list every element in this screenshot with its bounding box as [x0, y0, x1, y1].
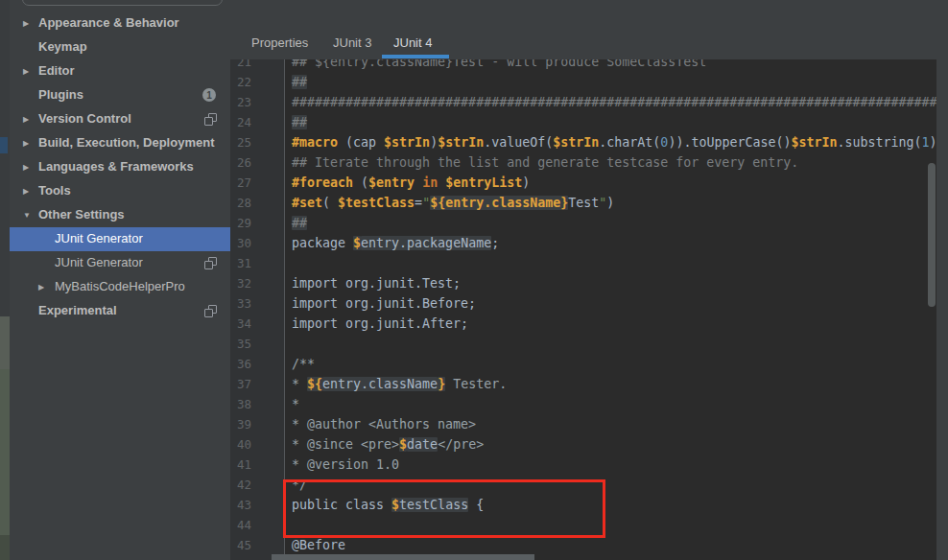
line-number: 39	[230, 414, 251, 434]
plugins-count-badge: 1	[202, 88, 216, 102]
chevron-right-icon[interactable]: ▶	[23, 139, 29, 148]
code-text: import org.junit.After;	[292, 314, 468, 334]
line-number: 33	[230, 293, 251, 314]
code-line[interactable]: 33import org.junit.Before;	[230, 293, 936, 314]
code-text: * @since <pre>$date</pre>	[292, 434, 484, 455]
sidebar-item-build-execution-deployment[interactable]: ▶Build, Execution, Deployment	[10, 131, 230, 155]
code-line[interactable]: 30package $entry.packageName;	[230, 233, 936, 253]
sidebar-item-label: Tools	[38, 183, 71, 198]
line-number: 34	[230, 314, 251, 334]
line-number: 25	[230, 132, 251, 152]
code-line[interactable]: 34import org.junit.After;	[230, 314, 936, 334]
line-number: 30	[230, 233, 251, 253]
sidebar-item-editor[interactable]: ▶Editor	[10, 59, 230, 83]
line-number: 44	[230, 515, 251, 535]
code-text: import org.junit.Before;	[292, 293, 476, 314]
sidebar-item-junit-generator[interactable]: JUnit Generator	[10, 227, 230, 251]
chevron-right-icon[interactable]: ▶	[23, 19, 29, 28]
sidebar-item-label: Build, Execution, Deployment	[38, 135, 214, 150]
sidebar-item-junit-generator[interactable]: JUnit Generator	[10, 251, 230, 275]
chevron-right-icon[interactable]: ▶	[23, 115, 29, 124]
line-number: 35	[230, 334, 251, 354]
line-number: 41	[230, 455, 251, 475]
line-number: 32	[230, 273, 251, 293]
sidebar-item-label: Version Control	[38, 111, 131, 126]
settings-search-field[interactable]	[22, 0, 223, 6]
chevron-right-icon[interactable]: ▶	[23, 187, 29, 196]
partial-line-highlight	[272, 554, 534, 560]
line-number: 29	[230, 213, 251, 233]
code-line[interactable]: 39* @author <Authors name>	[230, 414, 936, 434]
line-number: 45	[230, 535, 251, 555]
code-line[interactable]: 21## ${entry.className}Test - will produ…	[230, 59, 936, 72]
code-line[interactable]: 43public class $testClass {	[230, 495, 936, 515]
chevron-down-icon[interactable]: ▼	[23, 211, 31, 220]
active-tab-underline	[382, 55, 449, 58]
background-window-edge	[0, 0, 10, 560]
code-line[interactable]: 23######################################…	[230, 92, 936, 112]
code-line[interactable]: 35	[230, 334, 936, 354]
chevron-right-icon[interactable]: ▶	[23, 163, 29, 172]
chevron-right-icon[interactable]: ▶	[38, 283, 44, 292]
copy-icon	[204, 257, 217, 269]
code-text: * ${entry.className} Tester.	[292, 374, 507, 394]
editor-vertical-scrollbar[interactable]	[928, 163, 936, 307]
sidebar-item-tools[interactable]: ▶Tools	[10, 179, 230, 203]
sidebar-item-mybatiscodehelperpro[interactable]: ▶MyBatisCodeHelperPro	[10, 275, 230, 299]
copy-icon	[204, 305, 217, 317]
sidebar-item-other-settings[interactable]: ▼Other Settings	[10, 203, 230, 227]
code-text: ## ${entry.className}Test - will produce…	[292, 59, 706, 72]
code-line[interactable]: 45@Before	[230, 535, 936, 555]
sidebar-item-keymap[interactable]: Keymap	[10, 35, 230, 59]
line-number: 26	[230, 152, 251, 173]
code-line[interactable]: 29##	[230, 213, 936, 233]
code-text: ##	[292, 213, 307, 233]
code-line[interactable]: 38*	[230, 394, 936, 414]
code-line[interactable]: 42*/	[230, 475, 936, 495]
code-line[interactable]: 37* ${entry.className} Tester.	[230, 374, 936, 394]
code-line[interactable]: 26## Iterate through the list and genera…	[230, 152, 936, 173]
code-text: /**	[292, 354, 315, 374]
sidebar-item-label: Experimental	[38, 303, 117, 317]
sidebar-item-version-control[interactable]: ▶Version Control	[10, 107, 230, 131]
chevron-right-icon[interactable]: ▶	[23, 67, 29, 76]
code-line[interactable]: 41* @version 1.0	[230, 455, 936, 475]
tab-junit-4[interactable]: JUnit 4	[393, 35, 432, 50]
code-line[interactable]: 31	[230, 253, 936, 273]
code-text: */	[292, 475, 307, 495]
code-line[interactable]: 40* @since <pre>$date</pre>	[230, 434, 936, 455]
sidebar-item-languages-frameworks[interactable]: ▶Languages & Frameworks	[10, 155, 230, 179]
code-line[interactable]: 36/**	[230, 354, 936, 374]
code-line[interactable]: 32import org.junit.Test;	[230, 273, 936, 293]
sidebar-item-plugins[interactable]: Plugins1	[10, 83, 230, 107]
tab-properties[interactable]: Properties	[251, 35, 308, 50]
code-line[interactable]: 22##	[230, 72, 936, 92]
copy-icon	[204, 113, 217, 126]
code-text: * @version 1.0	[292, 455, 399, 475]
line-number: 37	[230, 374, 251, 394]
code-line[interactable]: 24##	[230, 112, 936, 132]
line-number: 22	[230, 72, 251, 92]
sidebar-item-label: Keymap	[38, 39, 87, 54]
code-text: ##	[292, 72, 307, 92]
tab-junit-3[interactable]: JUnit 3	[333, 35, 371, 50]
code-text: package $entry.packageName;	[292, 233, 499, 253]
code-line[interactable]: 28#set( $testClass="${entry.className}Te…	[230, 193, 936, 213]
line-number: 24	[230, 112, 251, 132]
sidebar-item-experimental[interactable]: Experimental	[10, 299, 230, 323]
template-code-editor[interactable]: 21## ${entry.className}Test - will produ…	[230, 59, 936, 560]
code-text: #foreach ($entry in $entryList)	[292, 173, 530, 193]
line-number: 31	[230, 253, 251, 273]
line-number: 40	[230, 434, 251, 455]
sidebar-item-appearance-behavior[interactable]: ▶Appearance & Behavior	[10, 12, 230, 35]
sidebar-item-label: Appearance & Behavior	[38, 15, 179, 30]
code-text: #set( $testClass="${entry.className}Test…	[292, 193, 614, 213]
sidebar-item-label: Editor	[38, 63, 75, 78]
code-line[interactable]: 44	[230, 515, 936, 535]
code-line[interactable]: 27#foreach ($entry in $entryList)	[230, 173, 936, 193]
code-text: ## Iterate through the list and generate…	[292, 152, 798, 173]
sidebar-item-label: JUnit Generator	[55, 231, 143, 245]
background-selection-strip	[0, 137, 8, 153]
code-line[interactable]: 25#macro (cap $strIn)$strIn.valueOf($str…	[230, 132, 936, 152]
code-text: ########################################…	[292, 92, 936, 112]
